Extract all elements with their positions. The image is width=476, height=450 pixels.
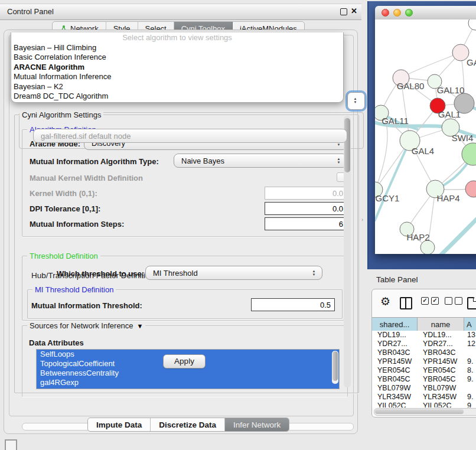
algorithm-option-bayesian-hill-climbing[interactable]: Bayesian – Hill Climbing	[11, 43, 343, 53]
attributes-scrollbar[interactable]	[332, 351, 338, 384]
node-label: GAL11	[382, 116, 409, 126]
algorithm-placeholder: Select algorithm to view settings	[11, 32, 343, 43]
select-all-columns-icon[interactable]: ✓✓	[421, 297, 439, 305]
mi-steps-field[interactable]: 6	[265, 217, 347, 230]
network-edge	[375, 141, 410, 220]
expander-down-icon: ▼	[137, 322, 144, 330]
dpi-tolerance-label: DPI Tolerance [0,1]:	[30, 204, 100, 213]
tab-impute-data[interactable]: Impute Data	[88, 418, 151, 431]
table-row[interactable]: YLR345WYLR345W9.	[372, 393, 476, 402]
table-row[interactable]: YBR043CYBR043C	[372, 348, 476, 357]
table-row[interactable]: YER054CYER054C8.	[372, 366, 476, 375]
zoom-traffic-light-icon[interactable]	[405, 9, 413, 17]
tab-discretize-data[interactable]: Discretize Data	[151, 418, 225, 431]
table-panel-title: Table Panel	[376, 275, 418, 284]
algorithm-dropdown-popup: Select algorithm to view settings Bayesi…	[11, 32, 344, 103]
data-attributes-label: Data Attributes	[29, 338, 84, 347]
node-label: HAP4	[436, 193, 459, 203]
cyni-algorithm-settings-group: Cyni Algorithm Settings Algorithm Defini…	[14, 115, 359, 393]
combo-arrows-icon	[336, 157, 341, 164]
dpi-tolerance-field[interactable]: 0.0	[265, 202, 347, 215]
kernel-width-field[interactable]: 0.0	[265, 187, 347, 200]
which-threshold-label: Which threshold to use:	[57, 269, 144, 278]
show-columns-icon[interactable]	[400, 297, 412, 309]
network-node[interactable]	[420, 240, 435, 254]
network-table-combobox[interactable]: gal-filtered.sif default node	[33, 129, 347, 143]
column-header-a[interactable]: A	[464, 318, 476, 331]
panel-title: Control Panel	[7, 7, 54, 16]
mi-threshold-group: MI Threshold Definition Mutual Informati…	[27, 289, 343, 319]
algorithm-definition-group: Algorithm Definition Aracne Mode: Discov…	[22, 129, 348, 237]
algorithm-option-bayesian-k2[interactable]: Bayesian – K2	[11, 82, 343, 92]
sources-title: Sources for Network Inference▼	[27, 321, 145, 330]
table-toolbar: ⚙ ✓✓	[372, 289, 476, 317]
node-label: HAP2	[406, 232, 429, 242]
mi-threshold-label: Mutual Information Threshold:	[31, 301, 142, 310]
scrollbar-thumb[interactable]	[344, 118, 350, 172]
which-threshold-combobox[interactable]: MI Threshold	[145, 266, 322, 280]
network-window: GALGAL80GAL10GAL1GAL11SWI4GAL4GCY1HAP4YH…	[375, 6, 476, 254]
dock-panel-icon[interactable]	[5, 439, 17, 450]
table-row[interactable]: YPR145WYPR145W9.	[372, 357, 476, 366]
manual-kernel-label: Manual Kernel Width Definition	[30, 174, 143, 182]
export-table-icon[interactable]	[467, 297, 476, 309]
scrollbar-thumb[interactable]	[332, 351, 338, 381]
column-header-name[interactable]: name	[418, 318, 464, 331]
table-row[interactable]: YDL19...YDL19...13	[372, 331, 476, 340]
column-header-shared[interactable]: shared...	[372, 318, 418, 331]
panel-divider-handle[interactable]: ›	[361, 216, 365, 223]
table-horizontal-scrollbar[interactable]	[374, 408, 476, 416]
mi-algorithm-type-combobox[interactable]: Naive Bayes	[174, 154, 347, 168]
mi-steps-label: Mutual Information Steps:	[30, 220, 124, 229]
kernel-width-label: Kernel Width (0,1):	[30, 189, 97, 198]
node-label: GCY1	[376, 193, 400, 203]
table-panel: Table Panel ⚙ ✓✓ shared...nameA YDL19...…	[361, 269, 476, 450]
node-table-container: ⚙ ✓✓ shared...nameA YDL19...YDL19...13YD…	[371, 289, 476, 418]
threshold-definition-title: Threshold Definition	[27, 252, 100, 260]
network-edge	[401, 53, 461, 78]
close-icon[interactable]: ✕	[351, 6, 357, 15]
node-label: GAL1	[438, 109, 461, 119]
table-header-row: shared...nameA	[372, 317, 476, 331]
combo-arrows-icon	[353, 97, 358, 104]
scrollbar-thumb[interactable]	[375, 409, 464, 414]
threshold-definition-group: Threshold Definition Which threshold to …	[22, 256, 348, 321]
algorithm-option-aracne-algorithm[interactable]: ARACNE Algorithm	[11, 63, 343, 72]
network-edge	[439, 210, 476, 254]
node-label: GAL	[467, 57, 476, 67]
table-row[interactable]: YBR045CYBR045C9.	[372, 375, 476, 384]
network-node[interactable]	[468, 19, 476, 30]
bottom-tab-bar: Impute DataDiscretize DataInfer Network	[87, 418, 289, 432]
tab-infer-network[interactable]: Infer Network	[225, 418, 289, 431]
float-window-icon[interactable]	[340, 8, 347, 15]
settings-group-title: Cyni Algorithm Settings	[19, 110, 103, 119]
mi-threshold-title: MI Threshold Definition	[32, 285, 116, 294]
network-canvas[interactable]: GALGAL80GAL10GAL1GAL11SWI4GAL4GCY1HAP4YH…	[375, 19, 476, 254]
inference-algorithm-combobox-button[interactable]	[347, 92, 365, 110]
algorithm-option-mutual-information-inference[interactable]: Mutual Information Inference	[11, 72, 343, 81]
network-window-titlebar[interactable]	[375, 6, 476, 20]
control-panel: Control Panel ✕ NetworkStyleSelectCyni T…	[0, 0, 361, 450]
network-node[interactable]	[462, 143, 476, 165]
list-item[interactable]	[37, 387, 339, 389]
algorithm-option-dream8-dc-tdc-algorithm[interactable]: Dream8 DC_TDC Algorithm	[11, 92, 343, 101]
algorithm-option-basic-correlation-inference[interactable]: Basic Correlation Inference	[11, 53, 343, 62]
attribute-item-betweennesscentrality[interactable]: BetweennessCentrality	[37, 369, 339, 378]
minimize-traffic-light-icon[interactable]	[393, 9, 401, 17]
application-window: Control Panel ✕ NetworkStyleSelectCyni T…	[0, 0, 476, 450]
mi-threshold-field[interactable]: 0.5	[251, 298, 335, 311]
close-traffic-light-icon[interactable]	[382, 9, 389, 17]
table-row[interactable]: YIL052CYIL052C9	[372, 402, 476, 407]
mi-type-label: Mutual Information Algorithm Type:	[30, 157, 159, 166]
table-row[interactable]: YDR27...YDR27...12	[372, 340, 476, 348]
settings-gear-icon[interactable]: ⚙	[380, 295, 390, 308]
deselect-all-columns-icon[interactable]	[445, 297, 462, 305]
table-row[interactable]: YBL079WYBL079W	[372, 384, 476, 393]
apply-button[interactable]: Apply	[163, 354, 206, 369]
attribute-item-gal4rgexp[interactable]: gal4RGexp	[37, 378, 339, 387]
control-panel-titlebar: Control Panel ✕	[0, 4, 361, 20]
settings-vertical-scrollbar[interactable]	[344, 116, 351, 387]
network-node-y[interactable]	[465, 181, 476, 197]
network-view-panel: GALGAL80GAL10GAL1GAL11SWI4GAL4GCY1HAP4YH…	[367, 1, 476, 269]
node-label: SWI4	[452, 133, 474, 143]
